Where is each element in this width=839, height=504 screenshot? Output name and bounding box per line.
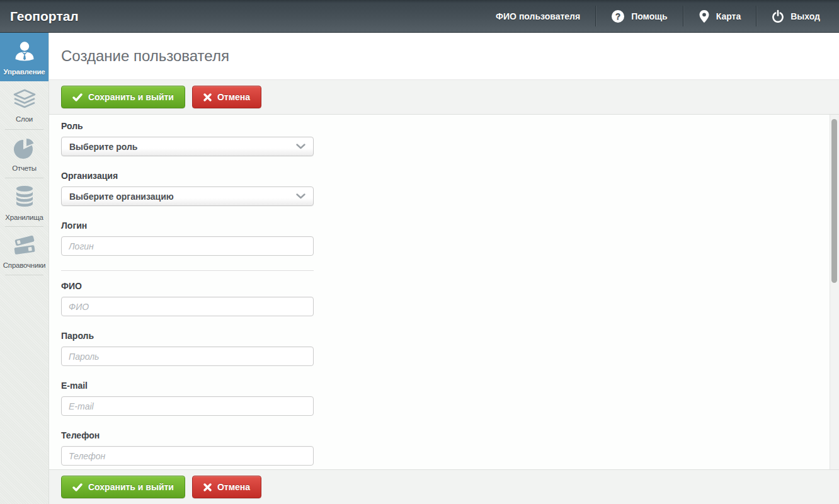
- fullname-label: ФИО: [61, 281, 839, 291]
- vertical-scrollbar-track[interactable]: [830, 115, 839, 469]
- database-icon: [12, 184, 37, 209]
- field-group-role: Роль Выберите роль: [61, 121, 839, 156]
- field-group-password: Пароль: [61, 331, 839, 366]
- password-label: Пароль: [61, 331, 839, 341]
- chevron-down-icon: [296, 193, 305, 199]
- field-group-fullname: ФИО: [61, 281, 839, 316]
- vertical-scrollbar-thumb[interactable]: [831, 119, 837, 283]
- organization-select[interactable]: Выберите организацию: [61, 186, 314, 206]
- sidebar-item-dictionaries[interactable]: Справочники: [0, 227, 49, 275]
- sidebar-item-label: Хранилища: [5, 214, 43, 221]
- field-group-email: E-mail: [61, 381, 839, 416]
- header-nav: ФИО пользователя ? Помощь Карта: [481, 0, 839, 32]
- cancel-button-label: Отмена: [217, 482, 250, 492]
- map-link[interactable]: Карта: [683, 0, 756, 32]
- sidebar-item-management[interactable]: Управление: [0, 33, 49, 81]
- sidebar-item-label: Управление: [4, 68, 45, 76]
- role-select[interactable]: Выберите роль: [61, 137, 314, 156]
- logout-label: Выход: [790, 11, 820, 21]
- user-create-form: Роль Выберите роль Организация Выберите …: [49, 115, 839, 466]
- login-input[interactable]: [61, 236, 314, 256]
- books-icon: [11, 233, 38, 257]
- password-input[interactable]: [61, 346, 314, 366]
- main-panel: Создание пользователя Сохранить и выйти …: [49, 33, 839, 504]
- sidebar-item-storages[interactable]: Хранилища: [0, 178, 49, 226]
- user-icon: [12, 38, 37, 64]
- title-bar: Создание пользователя: [49, 33, 839, 80]
- pie-chart-icon: [12, 136, 37, 160]
- sidebar-item-reports[interactable]: Отчеты: [0, 130, 49, 178]
- map-pin-icon: [699, 9, 710, 23]
- cancel-button-bottom[interactable]: Отмена: [192, 476, 261, 498]
- organization-select-value: Выберите организацию: [69, 192, 174, 202]
- sidebar: Управление Слои Отчеты: [0, 33, 49, 504]
- email-input[interactable]: [61, 396, 314, 416]
- top-toolbar: Сохранить и выйти Отмена: [49, 80, 839, 115]
- field-group-phone: Телефон: [61, 430, 839, 466]
- help-icon: ?: [611, 9, 625, 23]
- x-icon: [203, 93, 212, 101]
- save-button-label: Сохранить и выйти: [88, 482, 174, 492]
- svg-text:?: ?: [615, 11, 621, 21]
- bottom-toolbar: Сохранить и выйти Отмена: [49, 469, 839, 504]
- cancel-button-label: Отмена: [217, 92, 250, 102]
- app-brand: Геопортал: [0, 0, 89, 32]
- field-group-organization: Организация Выберите организацию: [61, 171, 839, 206]
- page-title: Создание пользователя: [61, 47, 229, 65]
- login-label: Логин: [61, 220, 839, 231]
- sidebar-divider: [5, 275, 43, 275]
- role-select-value: Выберите роль: [69, 142, 137, 152]
- fullname-input[interactable]: [61, 297, 314, 316]
- help-link[interactable]: ? Помощь: [596, 0, 683, 32]
- app-header: Геопортал ФИО пользователя ? Помощь Карт…: [0, 0, 839, 33]
- check-icon: [72, 483, 83, 491]
- main-layout: Управление Слои Отчеты: [0, 33, 839, 504]
- field-group-login: Логин: [61, 220, 839, 256]
- sidebar-item-layers[interactable]: Слои: [0, 81, 49, 129]
- role-label: Роль: [61, 121, 839, 131]
- sidebar-item-label: Отчеты: [12, 164, 37, 172]
- phone-label: Телефон: [61, 430, 839, 440]
- form-scroll-area: Роль Выберите роль Организация Выберите …: [49, 115, 839, 469]
- chevron-down-icon: [296, 144, 305, 149]
- email-label: E-mail: [61, 381, 839, 391]
- layers-icon: [11, 88, 38, 111]
- form-section-divider: [61, 270, 314, 271]
- save-and-exit-button[interactable]: Сохранить и выйти: [61, 86, 185, 108]
- sidebar-item-label: Слои: [16, 115, 33, 123]
- save-and-exit-button-bottom[interactable]: Сохранить и выйти: [61, 476, 185, 498]
- user-fullname-label: ФИО пользователя: [496, 11, 580, 21]
- help-label: Помощь: [631, 11, 668, 21]
- cancel-button[interactable]: Отмена: [192, 86, 261, 108]
- sidebar-item-label: Справочники: [3, 261, 45, 269]
- save-button-label: Сохранить и выйти: [88, 92, 174, 102]
- phone-input[interactable]: [61, 446, 314, 466]
- map-label: Карта: [716, 11, 741, 21]
- check-icon: [72, 93, 83, 101]
- logout-link[interactable]: Выход: [756, 0, 835, 32]
- organization-label: Организация: [61, 171, 839, 181]
- x-icon: [203, 483, 212, 491]
- user-fullname-link[interactable]: ФИО пользователя: [481, 0, 595, 32]
- power-icon: [772, 9, 784, 23]
